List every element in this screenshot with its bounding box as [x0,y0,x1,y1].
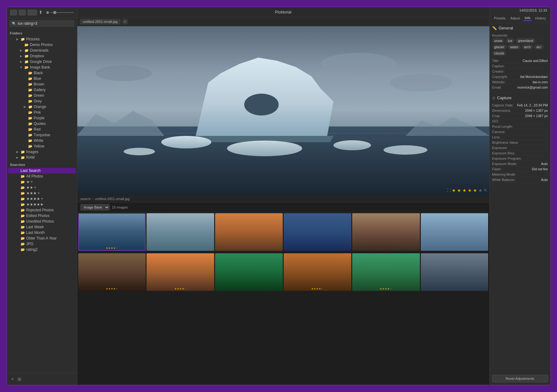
folder-icon: 📂 [28,133,33,137]
folder-label: Dropbox [30,54,73,58]
add-tab-button[interactable]: + [122,18,128,25]
dimensions-label: Dimensions: [492,109,514,112]
t10-star2: ★ [314,287,316,290]
sidebar-item-unedited[interactable]: 📂 Unedited Photos [8,219,76,224]
dimensions-row: Dimensions: 2048 × 1367 px [492,108,548,113]
reset-adjustments-button[interactable]: Reset Adjustments [492,375,548,382]
datetime: 14/02/2019, 12:33 [490,7,550,13]
sidebar-item-rejected[interactable]: 📂 Rejected Photos [8,207,76,213]
sidebar-item-all-photos[interactable]: 📂 All Photos [8,173,76,179]
thumbnail-4[interactable] [284,213,351,251]
slider-track[interactable] [50,12,74,13]
grid-icon[interactable]: ⊞ [18,377,21,382]
image-bank-select[interactable]: Image Bank [80,204,110,210]
expand-icon [19,54,23,58]
sidebar-item-quotes[interactable]: 📂 Quotes [8,121,76,126]
thumbnail-8[interactable]: ★ ★ ★ ★ ★ [147,253,214,291]
thumbnail-5[interactable] [352,213,420,251]
search-label: All Photos [26,174,73,178]
sidebar-item-green[interactable]: 📂 Green [8,93,76,98]
slider-dot [46,11,49,14]
sidebar-item-raw[interactable]: 📁 RAW [8,155,76,160]
thumbnail-3[interactable] [215,213,283,251]
share-icon[interactable]: ⬆ [39,10,44,15]
search-input[interactable] [18,21,72,26]
sidebar-item-purple[interactable]: 📂 Purple [8,115,76,121]
sidebar-item-image-bank[interactable]: 📂 Image Bank [8,64,76,70]
sidebar-item-blue[interactable]: 📂 Blue [8,76,76,81]
toolbar-btn-3[interactable] [28,10,37,15]
sidebar-item-4star[interactable]: 📂 ★★★ + [8,190,76,196]
sidebar-item-brown[interactable]: 📂 Brown [8,81,76,87]
folder-label: Turquoise [34,133,73,137]
sidebar-item-orange[interactable]: 📁 Orange [8,104,76,110]
tab-bar: untitled-2651-small.jpg + [77,17,489,26]
thumbnail-11[interactable]: ★ ★ ★ ★ ★ [352,253,420,291]
folder-icon: 📁 [24,54,29,58]
website-label: Website: [492,80,514,84]
sidebar-item-5star-plus[interactable]: 📂 ★★★★ + [8,196,76,202]
thumbnail-2[interactable]: · [147,213,214,251]
photo-tab[interactable]: untitled-2651-small.jpg [80,19,121,24]
add-button[interactable]: ＋ [10,376,15,382]
sidebar-item-dropbox[interactable]: 📁 Dropbox [8,53,76,59]
thumbnail-1[interactable]: ★ ★ ★ ★ ★ [78,213,146,251]
right-panel-scroll: ✏️ General Keywords: snow ice greenland … [490,23,550,372]
toolbar-btn-2[interactable] [19,10,26,15]
star-6[interactable]: ★ [478,188,482,193]
breadcrumb-part1: search [80,197,91,201]
folder-icon: 📂 [21,219,25,224]
sidebar-item-last-week[interactable]: 📂 Last Week [8,224,76,230]
thumbnail-7[interactable]: ★ ★ ★ ★ ★ [78,253,146,291]
sidebar-item-5star-only[interactable]: 📂 ★★★★★ [8,202,76,207]
sidebar-item-yellow[interactable]: 📂 Yellow [8,143,76,149]
sidebar-item-3star[interactable]: 📂 ★★ + [8,185,76,190]
star-1[interactable]: ★ [452,188,456,193]
toolbar-btn-1[interactable] [10,10,17,15]
image-count: 15 images [112,205,128,209]
edit-icon[interactable]: ✎ [484,188,487,193]
folder-label: Google Drive [30,59,73,64]
thumbnail-12[interactable] [421,253,488,291]
sidebar-item-last-month[interactable]: 📂 Last Month [8,230,76,235]
folder-label: White [34,138,73,143]
star-4[interactable]: ★ [468,188,472,193]
thumbnail-10[interactable]: ★ ★ ★ ★ ★ [284,253,351,291]
tab-presets[interactable]: Presets [493,16,507,21]
folder-icon: 📂 [21,191,25,195]
star-5[interactable]: ★ [473,188,477,193]
sidebar-item-red[interactable]: 📂 Red [8,126,76,132]
sidebar-item-older-than-year[interactable]: 📂 Older Than A Year [8,235,76,241]
sidebar-item-google-drive[interactable]: 📁 Google Drive [8,59,76,64]
thumbnail-9[interactable] [215,253,283,291]
sidebar-item-edited[interactable]: 📂 Edited Photos [8,213,76,219]
sidebar-item-2star[interactable]: 📂 ★ + [8,179,76,185]
t2-star: · [180,247,181,250]
sidebar-item-rating2[interactable]: 📂 rating2 [8,247,76,252]
sidebar-item-white[interactable]: 📂 White [8,138,76,143]
star-2[interactable]: ★ [457,188,461,193]
sidebar-item-last-search[interactable]: Last Search [8,168,76,173]
sidebar-item-pictures[interactable]: 📁 Pictures [8,36,76,42]
sidebar-item-black[interactable]: 📂 Black [8,70,76,76]
tab-history[interactable]: History [534,16,547,21]
star-3[interactable]: ★ [462,188,467,193]
sidebar-item-demo-photos[interactable]: 📂 Demo Photos [8,42,76,48]
white-balance-row: White Balance: Auto [492,177,548,183]
search-bar[interactable]: 🔍 [9,20,75,27]
folder-icon: 📂 [28,122,33,126]
tab-info[interactable]: Info [523,15,532,21]
sidebar-item-pink[interactable]: 📂 Pink [8,110,76,115]
tab-adjust[interactable]: Adjust [509,16,521,21]
sidebar-item-downloads[interactable]: 📁 Downloads [8,48,76,53]
search-label: Rejected Photos [26,208,73,212]
sidebar-item-turquoise[interactable]: 📂 Turquoise [8,132,76,138]
sidebar-item-jpg[interactable]: 📂 JPG [8,241,76,247]
exposure-label: Exposure: [492,146,514,150]
expand-icon [19,60,23,64]
sidebar-item-gallery[interactable]: 📂 Gallery [8,87,76,93]
slider-thumb[interactable] [53,11,56,14]
sidebar-item-images[interactable]: 📁 Images [8,149,76,155]
thumbnail-6[interactable] [421,213,488,251]
sidebar-item-grey[interactable]: 📂 Grey [8,98,76,104]
